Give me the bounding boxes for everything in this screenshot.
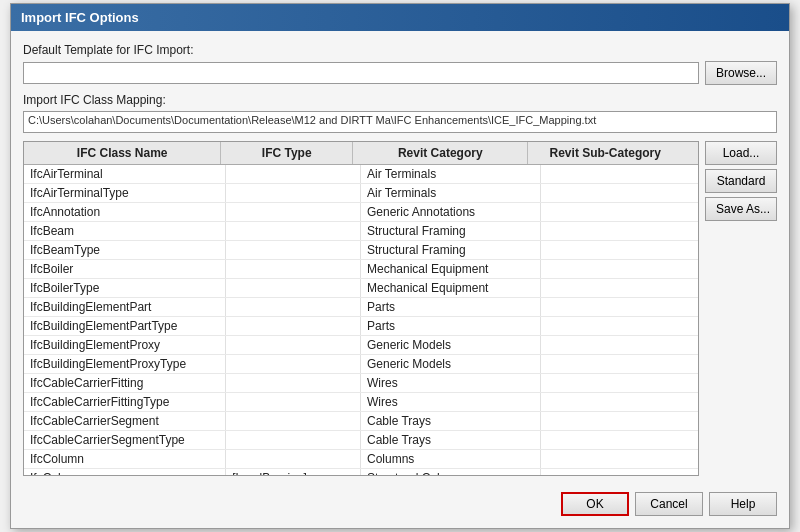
table-cell-revit_sub — [541, 165, 698, 183]
table-cell-ifc_type — [226, 184, 361, 202]
standard-button[interactable]: Standard — [705, 169, 777, 193]
table-cell-ifc_class: IfcCableCarrierFittingType — [24, 393, 226, 411]
save-as-button[interactable]: Save As... — [705, 197, 777, 221]
browse-button[interactable]: Browse... — [705, 61, 777, 85]
table-cell-revit_category: Air Terminals — [361, 165, 541, 183]
table-row[interactable]: IfcAirTerminalTypeAir Terminals — [24, 184, 698, 203]
table-cell-revit_sub — [541, 279, 698, 297]
default-template-label: Default Template for IFC Import: — [23, 43, 777, 57]
table-cell-ifc_class: IfcBuildingElementProxy — [24, 336, 226, 354]
table-row[interactable]: IfcBuildingElementProxyTypeGeneric Model… — [24, 355, 698, 374]
table-cell-ifc_type — [226, 412, 361, 430]
table-cell-ifc_type: [LoadBearing] — [226, 469, 361, 475]
bottom-bar: OK Cancel Help — [23, 486, 777, 516]
table-row[interactable]: IfcBuildingElementPartParts — [24, 298, 698, 317]
col-revit-sub: Revit Sub-Category — [528, 142, 682, 164]
import-ifc-options-dialog: Import IFC Options Default Template for … — [10, 3, 790, 529]
table-cell-ifc_type — [226, 393, 361, 411]
table-cell-revit_sub — [541, 431, 698, 449]
table-cell-ifc_class: IfcColumn — [24, 469, 226, 475]
table-cell-ifc_class: IfcAirTerminal — [24, 165, 226, 183]
side-buttons: Load... Standard Save As... — [705, 141, 777, 476]
col-ifc-type: IFC Type — [221, 142, 353, 164]
table-cell-revit_sub — [541, 355, 698, 373]
table-cell-revit_category: Structural Framing — [361, 241, 541, 259]
table-cell-ifc_type — [226, 203, 361, 221]
table-cell-ifc_class: IfcBeam — [24, 222, 226, 240]
table-row[interactable]: IfcColumnColumns — [24, 450, 698, 469]
table-cell-revit_category: Wires — [361, 374, 541, 392]
table-cell-ifc_class: IfcCableCarrierSegment — [24, 412, 226, 430]
mapping-path-display: C:\Users\colahan\Documents\Documentation… — [23, 111, 777, 133]
table-cell-revit_sub — [541, 412, 698, 430]
table-row[interactable]: IfcBoilerMechanical Equipment — [24, 260, 698, 279]
table-cell-ifc_type — [226, 355, 361, 373]
table-cell-ifc_type — [226, 279, 361, 297]
table-row[interactable]: IfcCableCarrierSegmentCable Trays — [24, 412, 698, 431]
col-ifc-class: IFC Class Name — [24, 142, 221, 164]
table-cell-revit_sub — [541, 317, 698, 335]
table-cell-revit_category: Cable Trays — [361, 412, 541, 430]
table-cell-revit_category: Columns — [361, 450, 541, 468]
table-row[interactable]: IfcCableCarrierSegmentTypeCable Trays — [24, 431, 698, 450]
table-row[interactable]: IfcBeamStructural Framing — [24, 222, 698, 241]
table-cell-ifc_class: IfcColumn — [24, 450, 226, 468]
table-cell-ifc_class: IfcBoilerType — [24, 279, 226, 297]
table-cell-ifc_class: IfcBuildingElementProxyType — [24, 355, 226, 373]
table-row[interactable]: IfcBuildingElementPartTypeParts — [24, 317, 698, 336]
table-cell-revit_sub — [541, 260, 698, 278]
table-cell-ifc_type — [226, 374, 361, 392]
cancel-button[interactable]: Cancel — [635, 492, 703, 516]
table-cell-ifc_class: IfcBuildingElementPartType — [24, 317, 226, 335]
table-cell-revit_sub — [541, 336, 698, 354]
table-cell-revit_category: Wires — [361, 393, 541, 411]
table-cell-ifc_type — [226, 165, 361, 183]
ifc-mapping-table: IFC Class Name IFC Type Revit Category R… — [23, 141, 699, 476]
load-button[interactable]: Load... — [705, 141, 777, 165]
table-cell-revit_sub — [541, 450, 698, 468]
ok-button[interactable]: OK — [561, 492, 629, 516]
table-cell-ifc_type — [226, 241, 361, 259]
table-row[interactable]: IfcBeamTypeStructural Framing — [24, 241, 698, 260]
table-row[interactable]: IfcCableCarrierFittingTypeWires — [24, 393, 698, 412]
table-cell-ifc_type — [226, 431, 361, 449]
table-header: IFC Class Name IFC Type Revit Category R… — [24, 142, 698, 165]
table-cell-ifc_type — [226, 450, 361, 468]
table-cell-revit_category: Air Terminals — [361, 184, 541, 202]
table-row[interactable]: IfcAirTerminalAir Terminals — [24, 165, 698, 184]
table-cell-revit_sub — [541, 241, 698, 259]
table-cell-revit_category: Generic Models — [361, 355, 541, 373]
table-cell-ifc_type — [226, 298, 361, 316]
table-cell-revit_category: Generic Annotations — [361, 203, 541, 221]
table-row[interactable]: IfcAnnotationGeneric Annotations — [24, 203, 698, 222]
table-cell-ifc_class: IfcBuildingElementPart — [24, 298, 226, 316]
table-cell-revit_category: Mechanical Equipment — [361, 279, 541, 297]
table-cell-ifc_class: IfcAirTerminalType — [24, 184, 226, 202]
table-cell-revit_sub — [541, 469, 698, 475]
table-cell-revit_sub — [541, 203, 698, 221]
dialog-title: Import IFC Options — [11, 4, 789, 31]
table-body[interactable]: IfcAirTerminalAir TerminalsIfcAirTermina… — [24, 165, 698, 475]
table-cell-revit_category: Cable Trays — [361, 431, 541, 449]
table-cell-revit_category: Mechanical Equipment — [361, 260, 541, 278]
col-revit-category: Revit Category — [353, 142, 528, 164]
table-section: IFC Class Name IFC Type Revit Category R… — [23, 141, 777, 476]
table-cell-ifc_class: IfcCableCarrierSegmentType — [24, 431, 226, 449]
table-cell-ifc_class: IfcCableCarrierFitting — [24, 374, 226, 392]
table-row[interactable]: IfcBoilerTypeMechanical Equipment — [24, 279, 698, 298]
help-button[interactable]: Help — [709, 492, 777, 516]
table-row[interactable]: IfcColumn[LoadBearing]Structural Columns — [24, 469, 698, 475]
table-cell-revit_sub — [541, 374, 698, 392]
table-cell-revit_sub — [541, 298, 698, 316]
default-template-input[interactable] — [23, 62, 699, 84]
table-cell-ifc_type — [226, 336, 361, 354]
table-row[interactable]: IfcBuildingElementProxyGeneric Models — [24, 336, 698, 355]
table-cell-ifc_type — [226, 260, 361, 278]
table-cell-revit_category: Structural Columns — [361, 469, 541, 475]
table-row[interactable]: IfcCableCarrierFittingWires — [24, 374, 698, 393]
table-cell-revit_category: Generic Models — [361, 336, 541, 354]
table-cell-ifc_class: IfcBoiler — [24, 260, 226, 278]
default-template-row: Browse... — [23, 61, 777, 85]
table-cell-revit_category: Parts — [361, 298, 541, 316]
mapping-label: Import IFC Class Mapping: — [23, 93, 777, 107]
